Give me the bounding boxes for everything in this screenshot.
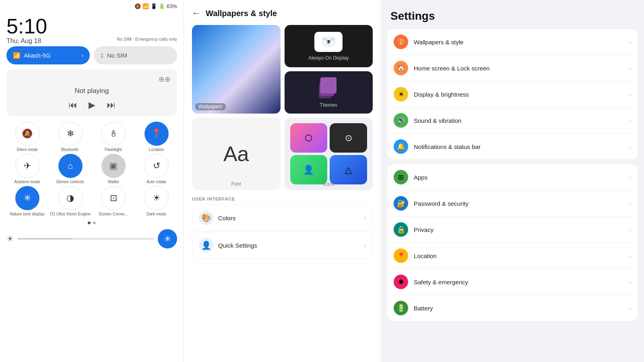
settings-row-battery[interactable]: 🔋 Battery › bbox=[387, 295, 638, 321]
tile-dark[interactable]: ☀ Dark mode bbox=[136, 186, 177, 217]
location-setting-icon: 📍 bbox=[394, 248, 408, 263]
quick-settings-item[interactable]: 👤 Quick Settings › bbox=[192, 232, 373, 259]
wallpapers-setting-icon: 🎨 bbox=[394, 35, 408, 49]
bluetooth-icon[interactable]: ❄ bbox=[58, 122, 83, 146]
brightness-fill bbox=[18, 238, 72, 240]
network-row: 📶 Akash-5G › ↕ No SIM bbox=[0, 41, 184, 67]
tile-rotate[interactable]: ↺ Auto rotate bbox=[136, 154, 177, 184]
sim-button[interactable]: ↕ No SIM bbox=[94, 46, 177, 64]
settings-row-display[interactable]: ☀ Display & brightness › bbox=[387, 81, 638, 108]
settings-row-privacy[interactable]: 🔒 Privacy › bbox=[387, 217, 638, 243]
app-icon-4: △ bbox=[330, 155, 367, 184]
app-icon-1: ⬡ bbox=[290, 123, 328, 153]
settings-row-apps[interactable]: ⊞ Apps › bbox=[387, 164, 638, 190]
wallpapers-card[interactable]: Wallpapers bbox=[192, 25, 281, 114]
silent-label: Silent mode bbox=[17, 147, 38, 152]
tile-airplane[interactable]: ✈ Airplane mode bbox=[6, 154, 48, 184]
colors-icon: 🎨 bbox=[199, 211, 213, 225]
page-dots bbox=[0, 221, 184, 224]
status-bar: 🔕 📶 📱 🔋 63% bbox=[0, 0, 184, 12]
play-button[interactable]: ▶ bbox=[89, 100, 95, 110]
tile-wallet[interactable]: ▣ Wallet bbox=[93, 154, 134, 184]
quick-tiles: 🔕 Silent mode ❄ Bluetooth· 🕯 Flashlight … bbox=[0, 118, 184, 220]
signal-icon: 📱 bbox=[151, 3, 157, 9]
wifi-button[interactable]: 📶 Akash-5G › bbox=[6, 46, 90, 64]
sim-btn-icon: ↕ bbox=[100, 51, 104, 60]
tile-device[interactable]: ⌂ Device controls bbox=[50, 154, 91, 184]
wallpapers-label: Wallpapers bbox=[195, 103, 226, 110]
tile-location[interactable]: 📍 Location bbox=[136, 122, 177, 152]
settings-title: Settings bbox=[387, 6, 638, 29]
colors-chevron: › bbox=[364, 214, 366, 221]
wallpapers-setting-label: Wallpapers & style bbox=[414, 39, 629, 46]
screen-icon[interactable]: ⊡ bbox=[101, 186, 126, 210]
brightness-track[interactable] bbox=[18, 238, 154, 240]
apps-chevron: › bbox=[629, 174, 631, 181]
tile-bluetooth[interactable]: ❄ Bluetooth· bbox=[50, 122, 91, 152]
settings-row-homescreen[interactable]: 🏠 Home screen & Lock screen › bbox=[387, 55, 638, 81]
settings-row-sound[interactable]: 🔊 Sound & vibration › bbox=[387, 108, 638, 134]
themes-card[interactable]: Themes bbox=[285, 71, 373, 114]
media-controls: ⏮ ▶ ⏭ bbox=[13, 100, 171, 110]
location-icon[interactable]: 📍 bbox=[144, 122, 169, 146]
brightness-row: ☀ ✳ bbox=[0, 226, 184, 252]
sound-chevron: › bbox=[629, 117, 631, 124]
settings-row-password[interactable]: 🔐 Password & security › bbox=[387, 190, 638, 217]
flashlight-icon[interactable]: 🕯 bbox=[101, 122, 126, 146]
rotate-icon[interactable]: ↺ bbox=[144, 154, 169, 178]
aod-card[interactable]: 🐻‍❄️ Always-On Display bbox=[285, 25, 373, 67]
dot-2 bbox=[93, 221, 96, 224]
dot-1 bbox=[88, 221, 91, 224]
tile-flashlight[interactable]: 🕯 Flashlight bbox=[93, 122, 134, 152]
status-icons: 🔕 📶 📱 🔋 63% bbox=[134, 3, 177, 9]
homescreen-chevron: › bbox=[629, 65, 631, 72]
notifications-setting-label: Notifications & status bar bbox=[414, 143, 629, 150]
settings-row-safety[interactable]: ✱ Safety & emergency › bbox=[387, 269, 638, 295]
tile-silent[interactable]: 🔕 Silent mode bbox=[6, 122, 48, 152]
not-playing-label: Not playing bbox=[13, 85, 171, 97]
location-label: Location bbox=[149, 147, 164, 152]
middle-header: ← Wallpapers & style bbox=[184, 0, 381, 25]
wallpaper-grid: Wallpapers 🐻‍❄️ Always-On Display The bbox=[184, 25, 381, 114]
apps-setting-icon: ⊞ bbox=[394, 170, 408, 184]
tile-nature[interactable]: ✳ Nature tone display bbox=[6, 186, 48, 217]
battery-icon: 🔋 bbox=[159, 3, 165, 9]
colors-label: Colors bbox=[218, 215, 364, 221]
wifi-btn-arrow: › bbox=[82, 53, 83, 58]
homescreen-setting-label: Home screen & Lock screen bbox=[414, 65, 629, 72]
sound-setting-icon: 🔊 bbox=[394, 113, 408, 128]
password-setting-label: Password & security bbox=[414, 200, 629, 207]
settings-row-location[interactable]: 📍 Location › bbox=[387, 243, 638, 269]
next-button[interactable]: ⏭ bbox=[107, 100, 116, 110]
tile-screen[interactable]: ⊡ Screen Conne... bbox=[93, 186, 134, 217]
silent-icon[interactable]: 🔕 bbox=[15, 122, 39, 146]
colors-item[interactable]: 🎨 Colors › bbox=[192, 205, 373, 231]
dark-icon[interactable]: ☀ bbox=[144, 186, 169, 210]
middle-panel-title: Wallpapers & style bbox=[206, 9, 277, 18]
prev-button[interactable]: ⏮ bbox=[68, 100, 77, 110]
location-chevron: › bbox=[629, 252, 631, 259]
brightness-settings-button[interactable]: ✳ bbox=[158, 229, 177, 248]
font-card[interactable]: Aa Font bbox=[192, 118, 281, 190]
settings-row-wallpapers[interactable]: 🎨 Wallpapers & style › bbox=[387, 29, 638, 55]
airplane-icon[interactable]: ✈ bbox=[15, 154, 39, 178]
wallet-icon[interactable]: ▣ bbox=[101, 154, 126, 178]
device-icon[interactable]: ⌂ bbox=[58, 154, 83, 178]
bluetooth-label: Bluetooth· bbox=[61, 147, 79, 152]
wifi-btn-label: Akash-5G bbox=[24, 52, 51, 59]
quick-settings-chevron: › bbox=[364, 242, 366, 249]
vision-icon[interactable]: ◑ bbox=[58, 186, 83, 210]
font-label: Font bbox=[192, 181, 281, 187]
back-button[interactable]: ← bbox=[192, 8, 201, 19]
settings-row-notifications[interactable]: 🔔 Notifications & status bar › bbox=[387, 134, 638, 159]
user-interface-section: USER INTERFACE 🎨 Colors › 👤 Quick Settin… bbox=[184, 190, 381, 263]
right-panel: Settings 🎨 Wallpapers & style › 🏠 Home s… bbox=[381, 0, 644, 362]
icons-card[interactable]: ⬡ ⊙ 👤 △ Icons bbox=[285, 118, 373, 190]
phone-panel: 🔕 📶 📱 🔋 63% 5:10 Thu, Aug 18 No SIM · Em… bbox=[0, 0, 184, 362]
polar-bear-icon: 🐻‍❄️ bbox=[314, 32, 343, 52]
font-icons-grid: Aa Font ⬡ ⊙ 👤 △ Icons bbox=[184, 118, 381, 190]
tile-vision[interactable]: ◑ O1 Ultra Vision Engine bbox=[50, 186, 91, 217]
wifi-btn-icon: 📶 bbox=[13, 52, 21, 59]
nature-icon[interactable]: ✳ bbox=[15, 186, 39, 210]
cast-icon: ⊕⊕ bbox=[159, 75, 171, 84]
